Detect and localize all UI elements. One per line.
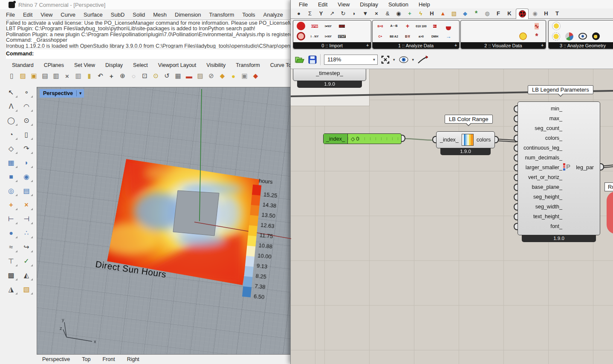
rhino-menu-item[interactable]: Mesh: [153, 12, 167, 18]
rhino-tool-icon[interactable]: ◯: [3, 113, 19, 127]
gh-menu-item[interactable]: Solution: [388, 1, 408, 8]
rhino-tool-icon[interactable]: ◎: [3, 184, 19, 198]
gh-category-icon[interactable]: ϟ: [416, 9, 425, 18]
gh-component-button[interactable]: C+: [374, 32, 387, 41]
rhino-tool-icon[interactable]: ⊣: [19, 212, 34, 226]
gh-menu-item[interactable]: View: [338, 1, 350, 8]
gh-category-icon[interactable]: ◗: [350, 9, 359, 18]
gh-category-icon[interactable]: ◉: [394, 9, 403, 18]
gh-component-button[interactable]: *: [530, 32, 543, 41]
rhino-tool-icon[interactable]: ↖: [3, 85, 19, 99]
rhino-tool-icon[interactable]: ◗: [19, 156, 34, 170]
rhino-tool-icon[interactable]: ⊤: [3, 254, 19, 268]
rhino-tool-icon[interactable]: ▩: [3, 268, 19, 282]
rhino-menu-item[interactable]: SubD: [111, 12, 125, 18]
input-nub[interactable]: [514, 213, 518, 220]
rhino-toolbar-icon[interactable]: ⊕: [118, 71, 127, 81]
gh-component-button[interactable]: I♥NY: [322, 21, 335, 31]
gh-component-button[interactable]: [295, 32, 307, 41]
rhino-tool-icon[interactable]: ⊙: [19, 113, 34, 127]
ribbon-group-footer[interactable]: 0 :: Import+: [293, 42, 371, 49]
ribbon-group-footer[interactable]: 2 :: Visualize Data+: [461, 42, 546, 49]
gh-component-button[interactable]: [349, 32, 362, 41]
perspective-viewport[interactable]: Perspective ▼: [37, 87, 292, 355]
gh-component-button[interactable]: [590, 21, 602, 31]
rhino-tool-icon[interactable]: ↪: [19, 240, 34, 254]
rhino-toolbar-icon[interactable]: ▨: [18, 71, 28, 81]
gh-category-icon[interactable]: H: [427, 9, 437, 18]
gh-component-button[interactable]: B8 A2: [387, 32, 400, 41]
gh-component-button[interactable]: [517, 21, 529, 31]
rhino-tool-icon[interactable]: ▯: [19, 127, 34, 142]
rhino-tool-icon[interactable]: ↷: [19, 142, 34, 156]
gh-component-button[interactable]: I→NY: [308, 32, 321, 41]
input-nub[interactable]: [514, 154, 518, 162]
chevron-down-icon[interactable]: ▼: [78, 91, 82, 95]
viewport-tab[interactable]: Right: [121, 355, 145, 363]
input-nub[interactable]: [514, 135, 518, 142]
gh-component-button[interactable]: →: [442, 32, 455, 41]
rhino-menu-item[interactable]: Curve: [61, 12, 75, 18]
gh-component-button[interactable]: [550, 21, 562, 31]
rhino-toolbar-icon[interactable]: ◆: [217, 71, 227, 81]
gh-component-button[interactable]: [603, 21, 613, 31]
legendparams-input-row[interactable]: font_: [518, 221, 600, 231]
zoom-level-combobox[interactable]: 118% ▾: [324, 55, 378, 65]
rhino-toolbar-icon[interactable]: ▦: [173, 71, 183, 81]
legendparams-input-row[interactable]: vert_or_horiz_: [518, 172, 600, 182]
legendparams-input-row[interactable]: seg_count_: [518, 123, 600, 133]
colorrange-output-label[interactable]: colors: [477, 137, 491, 143]
input-nub[interactable]: [514, 115, 518, 122]
rhino-tool-icon[interactable]: ≈: [3, 240, 19, 254]
rhino-toolbar-icon[interactable]: ▨: [195, 71, 205, 81]
colorrange-input-label[interactable]: _index_: [440, 137, 459, 143]
rhino-toolbar-icon[interactable]: ▬: [184, 71, 194, 81]
rhino-tool-icon[interactable]: ◉: [19, 170, 34, 184]
rhino-tool-icon[interactable]: ∘: [19, 85, 34, 99]
gh-component-button[interactable]: STAT: [335, 32, 348, 41]
gh-component-button[interactable]: [576, 32, 589, 41]
rhino-toolbar-tab[interactable]: Visibility: [201, 61, 231, 69]
rhino-tool-icon[interactable]: +: [3, 198, 19, 212]
rhino-toolbar-icon[interactable]: ▣: [29, 71, 39, 81]
rhino-tool-icon[interactable]: ⊢: [3, 212, 19, 226]
rhino-tool-icon[interactable]: ∴: [19, 226, 34, 240]
rhino-toolbar-icon[interactable]: ×: [62, 71, 72, 81]
rhino-toolbar-icon[interactable]: ↺: [162, 71, 172, 81]
legendparams-input-row[interactable]: seg_height_: [518, 192, 600, 202]
rhino-toolbar-tab[interactable]: Transform: [231, 61, 265, 69]
viewport-tab[interactable]: Front: [97, 355, 120, 363]
input-nub[interactable]: [514, 174, 518, 181]
lb-color-range-component[interactable]: _index_ colors 1.9.0: [436, 131, 495, 148]
rhino-toolbar-tab[interactable]: Select: [128, 61, 153, 69]
gh-component-button[interactable]: a>0: [415, 32, 428, 41]
command-prompt[interactable]: Command:: [6, 49, 291, 59]
gh-category-icon[interactable]: ▼: [361, 9, 370, 18]
index-number-slider[interactable]: _index_ ◇ 0: [323, 133, 402, 144]
rhino-tool-icon[interactable]: ▦: [3, 156, 19, 170]
colorrange-input-nub[interactable]: [432, 136, 436, 143]
legendparams-input-row[interactable]: base_plane_: [518, 182, 600, 192]
gh-category-icon[interactable]: ◉: [530, 9, 540, 18]
rhino-toolbar-icon[interactable]: ◆: [251, 71, 260, 81]
slider-track[interactable]: ◇ 0: [348, 134, 401, 144]
gh-component-button[interactable]: [603, 32, 613, 41]
gh-tab-ladybug-active[interactable]: [516, 9, 529, 19]
gh-component-button[interactable]: B+8: [374, 21, 387, 31]
slider-grip-icon[interactable]: ◇: [351, 136, 355, 142]
gh-menu-item[interactable]: Help: [419, 1, 430, 8]
legendparams-input-row[interactable]: colors_: [518, 133, 600, 143]
gh-category-icon[interactable]: +: [405, 9, 414, 18]
gh-category-icon[interactable]: ◆: [460, 9, 470, 18]
input-nub[interactable]: [514, 164, 518, 171]
gh-category-icon[interactable]: H: [541, 9, 551, 18]
rhino-toolbar-icon[interactable]: ⊡: [140, 71, 150, 81]
rhino-toolbar-tab[interactable]: Viewport Layout: [153, 61, 201, 69]
gh-component-button[interactable]: ∿: [530, 21, 543, 31]
rhino-menu-item[interactable]: Transform: [209, 12, 234, 18]
rhino-tool-icon[interactable]: ■: [3, 170, 19, 184]
save-file-icon[interactable]: [308, 55, 317, 64]
legendparams-input-row[interactable]: text_height_: [518, 211, 600, 221]
gh-category-icon[interactable]: Σ: [305, 9, 315, 18]
panel-expand-icon[interactable]: +: [366, 43, 369, 48]
